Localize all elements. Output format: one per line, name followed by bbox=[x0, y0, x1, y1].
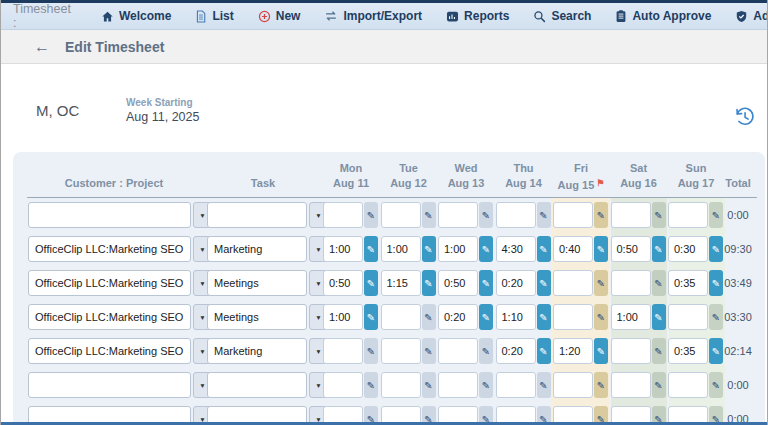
time-input[interactable]: 1:00 bbox=[611, 304, 651, 330]
time-input[interactable] bbox=[611, 372, 651, 398]
time-input[interactable] bbox=[438, 372, 478, 398]
time-input[interactable]: 1:10 bbox=[496, 304, 536, 330]
task-select[interactable]: Marketing▼ bbox=[207, 236, 328, 262]
edit-time-icon[interactable]: ✎ bbox=[364, 338, 378, 364]
task-select[interactable]: Marketing▼ bbox=[207, 338, 328, 364]
edit-time-icon[interactable]: ✎ bbox=[479, 202, 493, 228]
customer-project-select[interactable]: OfficeClip LLC:Marketing SEO▼ bbox=[28, 236, 212, 262]
time-input[interactable] bbox=[553, 270, 593, 296]
customer-project-select-value[interactable]: OfficeClip LLC:Marketing SEO bbox=[28, 236, 191, 262]
time-input[interactable]: 0:20 bbox=[438, 304, 478, 330]
nav-item-import-export[interactable]: Import/Export bbox=[324, 9, 422, 23]
edit-time-icon[interactable]: ✎ bbox=[537, 304, 551, 330]
edit-time-icon[interactable]: ✎ bbox=[422, 236, 436, 262]
task-select-value[interactable]: Meetings bbox=[207, 304, 307, 330]
edit-time-icon[interactable]: ✎ bbox=[537, 338, 551, 364]
edit-time-icon[interactable]: ✎ bbox=[479, 372, 493, 398]
task-select-value[interactable]: Marketing bbox=[207, 338, 307, 364]
time-input[interactable]: 0:20 bbox=[496, 270, 536, 296]
nav-item-welcome[interactable]: Welcome bbox=[101, 9, 171, 23]
edit-time-icon[interactable]: ✎ bbox=[422, 270, 436, 296]
edit-time-icon[interactable]: ✎ bbox=[364, 304, 378, 330]
edit-time-icon[interactable]: ✎ bbox=[422, 338, 436, 364]
edit-time-icon[interactable]: ✎ bbox=[537, 236, 551, 262]
task-select[interactable]: Meetings▼ bbox=[207, 304, 328, 330]
task-select-value[interactable] bbox=[207, 372, 307, 398]
edit-time-icon[interactable]: ✎ bbox=[652, 202, 666, 228]
time-input[interactable]: 1:00 bbox=[438, 236, 478, 262]
time-input[interactable]: 1:00 bbox=[323, 236, 363, 262]
edit-time-icon[interactable]: ✎ bbox=[364, 202, 378, 228]
time-input[interactable]: 1:20 bbox=[553, 338, 593, 364]
time-input[interactable] bbox=[323, 202, 363, 228]
customer-project-select[interactable]: ▼ bbox=[28, 372, 212, 398]
customer-project-select-value[interactable]: OfficeClip LLC:Marketing SEO bbox=[28, 270, 191, 296]
edit-time-icon[interactable]: ✎ bbox=[594, 236, 608, 262]
time-input[interactable] bbox=[381, 304, 421, 330]
time-input[interactable]: 1:15 bbox=[381, 270, 421, 296]
task-select-value[interactable] bbox=[207, 202, 307, 228]
edit-time-icon[interactable]: ✎ bbox=[537, 202, 551, 228]
customer-project-select[interactable]: OfficeClip LLC:Marketing SEO▼ bbox=[28, 304, 212, 330]
customer-project-select[interactable]: ▼ bbox=[28, 202, 212, 228]
edit-time-icon[interactable]: ✎ bbox=[594, 270, 608, 296]
edit-time-icon[interactable]: ✎ bbox=[479, 270, 493, 296]
history-icon[interactable] bbox=[733, 105, 756, 132]
edit-time-icon[interactable]: ✎ bbox=[594, 202, 608, 228]
time-input[interactable] bbox=[611, 338, 651, 364]
task-select[interactable]: ▼ bbox=[207, 372, 328, 398]
customer-project-select-value[interactable]: OfficeClip LLC:Marketing SEO bbox=[28, 304, 191, 330]
edit-time-icon[interactable]: ✎ bbox=[652, 270, 666, 296]
time-input[interactable]: 0:35 bbox=[668, 338, 708, 364]
edit-time-icon[interactable]: ✎ bbox=[422, 304, 436, 330]
time-input[interactable] bbox=[611, 202, 651, 228]
time-input[interactable]: 0:50 bbox=[323, 270, 363, 296]
customer-project-select[interactable]: OfficeClip LLC:Marketing SEO▼ bbox=[28, 338, 212, 364]
nav-item-search[interactable]: Search bbox=[533, 9, 591, 23]
time-input[interactable] bbox=[668, 372, 708, 398]
edit-time-icon[interactable]: ✎ bbox=[479, 304, 493, 330]
edit-time-icon[interactable]: ✎ bbox=[652, 304, 666, 330]
nav-item-auto-approve[interactable]: Auto Approve bbox=[615, 9, 711, 23]
nav-item-list[interactable]: List bbox=[195, 9, 233, 23]
customer-project-select[interactable]: OfficeClip LLC:Marketing SEO▼ bbox=[28, 270, 212, 296]
nav-item-admin[interactable]: Admin bbox=[735, 9, 768, 23]
customer-project-select-value[interactable] bbox=[28, 202, 191, 228]
time-input[interactable] bbox=[611, 270, 651, 296]
edit-time-icon[interactable]: ✎ bbox=[652, 338, 666, 364]
edit-time-icon[interactable]: ✎ bbox=[594, 372, 608, 398]
time-input[interactable]: 1:00 bbox=[323, 304, 363, 330]
edit-time-icon[interactable]: ✎ bbox=[479, 236, 493, 262]
time-input[interactable] bbox=[381, 202, 421, 228]
edit-time-icon[interactable]: ✎ bbox=[479, 338, 493, 364]
time-input[interactable]: 0:20 bbox=[496, 338, 536, 364]
edit-time-icon[interactable]: ✎ bbox=[537, 270, 551, 296]
customer-project-select-value[interactable]: OfficeClip LLC:Marketing SEO bbox=[28, 338, 191, 364]
task-select-value[interactable]: Marketing bbox=[207, 236, 307, 262]
edit-time-icon[interactable]: ✎ bbox=[422, 202, 436, 228]
time-input[interactable] bbox=[553, 202, 593, 228]
edit-time-icon[interactable]: ✎ bbox=[364, 270, 378, 296]
nav-item-reports[interactable]: Reports bbox=[446, 9, 509, 23]
time-input[interactable] bbox=[323, 372, 363, 398]
edit-time-icon[interactable]: ✎ bbox=[364, 236, 378, 262]
edit-time-icon[interactable]: ✎ bbox=[594, 338, 608, 364]
task-select[interactable]: Meetings▼ bbox=[207, 270, 328, 296]
time-input[interactable]: 0:40 bbox=[553, 236, 593, 262]
time-input[interactable] bbox=[553, 304, 593, 330]
time-input[interactable]: 0:35 bbox=[668, 270, 708, 296]
task-select[interactable]: ▼ bbox=[207, 202, 328, 228]
back-arrow-icon[interactable]: ← bbox=[34, 39, 50, 55]
time-input[interactable] bbox=[496, 202, 536, 228]
time-input[interactable]: 4:30 bbox=[496, 236, 536, 262]
time-input[interactable] bbox=[438, 338, 478, 364]
time-input[interactable] bbox=[496, 372, 536, 398]
time-input[interactable]: 1:00 bbox=[381, 236, 421, 262]
time-input[interactable] bbox=[668, 304, 708, 330]
time-input[interactable] bbox=[553, 372, 593, 398]
time-input[interactable] bbox=[668, 202, 708, 228]
time-input[interactable]: 0:50 bbox=[438, 270, 478, 296]
week-starting-value[interactable]: Aug 11, 2025 bbox=[126, 110, 199, 124]
edit-time-icon[interactable]: ✎ bbox=[422, 372, 436, 398]
task-select-value[interactable]: Meetings bbox=[207, 270, 307, 296]
